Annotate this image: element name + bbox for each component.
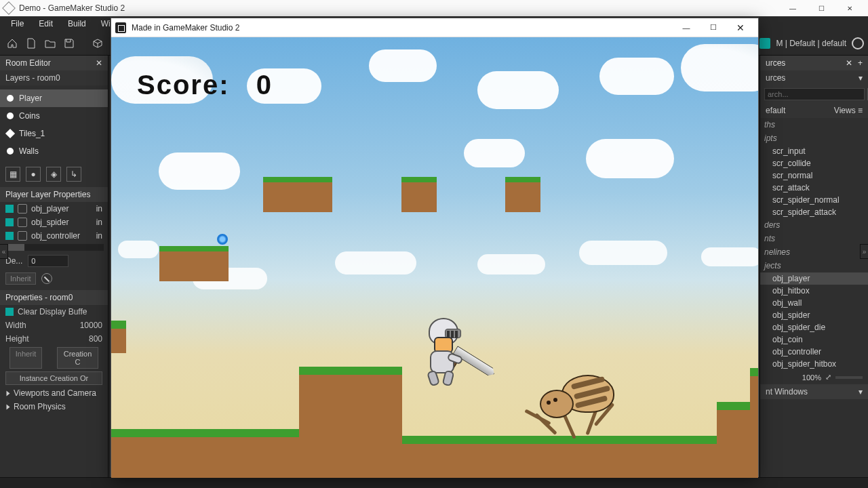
tree-folder[interactable]: jects xyxy=(760,259,868,272)
home-icon[interactable] xyxy=(4,35,20,52)
tree-item[interactable]: obj_player xyxy=(760,272,868,285)
tree-item[interactable]: scr_input xyxy=(760,145,868,157)
score-display: Score: 0 xyxy=(137,70,273,100)
tree-item[interactable]: scr_collide xyxy=(760,157,868,169)
ground xyxy=(299,367,402,478)
depth-input[interactable] xyxy=(28,255,68,267)
tree-item[interactable]: obj_spider xyxy=(760,309,868,321)
clear-display-label: Clear Display Buffe xyxy=(18,307,87,317)
checkbox-icon[interactable] xyxy=(5,205,14,213)
open-folder-icon[interactable] xyxy=(42,35,58,52)
room-props-header: Properties - room0 xyxy=(0,290,108,305)
menu-build[interactable]: Build xyxy=(62,18,92,30)
layer-obj-row[interactable]: obj_spiderin xyxy=(0,216,108,229)
player-layer-props-header: Player Layer Properties xyxy=(0,187,108,202)
default-view-label: efault xyxy=(766,106,785,115)
instance-creation-order-button[interactable]: Instance Creation Or xyxy=(5,371,102,385)
cloud xyxy=(159,152,240,190)
tree-folder[interactable]: ipts xyxy=(760,131,868,145)
instance-layer-icon[interactable]: ● xyxy=(26,167,41,182)
viewports-expand[interactable]: Viewports and Camera xyxy=(0,386,108,400)
game-minimize-icon[interactable]: — xyxy=(673,18,700,37)
right-collapse-tab[interactable]: » xyxy=(860,244,868,259)
resources-sub[interactable]: urces▾ xyxy=(760,70,868,85)
tree-item[interactable]: scr_normal xyxy=(760,169,868,182)
chevron-down-icon: ▾ xyxy=(859,73,863,83)
minimize-icon[interactable]: — xyxy=(778,0,807,16)
tree-item[interactable]: scr_attack xyxy=(760,182,868,194)
checkbox-icon[interactable] xyxy=(5,308,14,316)
cloud xyxy=(477,71,559,109)
layer-item-player[interactable]: Player xyxy=(0,89,108,107)
ground xyxy=(750,368,758,478)
tree-item[interactable]: scr_spider_normal xyxy=(760,194,868,206)
package-icon[interactable] xyxy=(90,35,106,52)
zoom-reset-icon[interactable]: ⤢ xyxy=(825,373,831,382)
layer-item-walls[interactable]: Walls xyxy=(0,142,108,160)
menu-edit[interactable]: Edit xyxy=(33,18,58,30)
tree-folder[interactable]: ders xyxy=(760,218,868,232)
layer-obj-row[interactable]: obj_playerin xyxy=(0,202,108,216)
tree-item[interactable]: scr_spider_attack xyxy=(760,206,868,218)
tree-item[interactable]: obj_wall xyxy=(760,297,868,309)
add-panel-icon[interactable]: + xyxy=(858,58,863,68)
sprite-icon xyxy=(18,231,27,241)
creation-code-button[interactable]: Creation C xyxy=(57,347,98,369)
coin xyxy=(217,234,228,245)
layer-item-tiles[interactable]: Tiles_1 xyxy=(0,125,108,142)
layer-obj-row[interactable]: obj_controllerin xyxy=(0,229,108,243)
game-canvas[interactable]: Score: 0 xyxy=(111,37,758,478)
game-window: Made in GameMaker Studio 2 — ☐ ✕ Score: … xyxy=(111,18,759,477)
layer-list: Player Coins Tiles_1 Walls xyxy=(0,85,108,164)
close-icon[interactable]: ✕ xyxy=(835,0,864,16)
game-maximize-icon[interactable]: ☐ xyxy=(700,18,727,37)
close-panel-icon[interactable]: ✕ xyxy=(96,58,102,68)
resources-header: urces ✕+ xyxy=(760,56,868,70)
left-collapse-tab[interactable]: « xyxy=(0,244,8,259)
zoom-slider[interactable] xyxy=(835,376,863,379)
left-panel: Room Editor ✕ Layers - room0 Player Coin… xyxy=(0,56,108,488)
maximize-icon[interactable]: ☐ xyxy=(807,0,835,16)
checkbox-icon[interactable] xyxy=(5,232,14,240)
target-icon[interactable] xyxy=(852,37,864,49)
new-file-icon[interactable] xyxy=(23,35,39,52)
image-layer-icon[interactable]: ▦ xyxy=(5,167,20,182)
tree-item[interactable]: obj_spider_die xyxy=(760,321,868,333)
height-value[interactable]: 800 xyxy=(89,334,102,344)
menu-file[interactable]: File xyxy=(5,18,29,30)
tile-layer-icon[interactable]: ◈ xyxy=(46,167,61,182)
tree-item[interactable]: obj_hitbox xyxy=(760,285,868,297)
cloud xyxy=(477,254,545,274)
expand-icon xyxy=(7,404,10,409)
tree-folder[interactable]: nelines xyxy=(760,245,868,259)
resource-search-input[interactable] xyxy=(764,88,865,100)
status-indicator-icon xyxy=(760,38,770,49)
tiles-icon xyxy=(5,129,15,138)
tree-item[interactable]: obj_spider_hitbox xyxy=(760,358,868,370)
zoom-label: 100% xyxy=(802,373,821,382)
chevron-down-icon: ▾ xyxy=(859,387,863,396)
recent-windows-header[interactable]: nt Windows▾ xyxy=(760,384,868,399)
layer-item-coins[interactable]: Coins xyxy=(0,107,108,125)
cloud xyxy=(586,139,674,178)
room-physics-expand[interactable]: Room Physics xyxy=(0,400,108,413)
tree-folder[interactable]: nts xyxy=(760,232,868,245)
horizontal-scrollbar[interactable] xyxy=(4,244,104,251)
layer-toolbar: ▦ ● ◈ ↳ xyxy=(0,164,108,184)
platform xyxy=(263,177,332,212)
game-close-icon[interactable]: ✕ xyxy=(727,18,754,37)
width-value[interactable]: 10000 xyxy=(80,321,102,330)
game-titlebar[interactable]: Made in GameMaker Studio 2 — ☐ ✕ xyxy=(111,18,758,37)
expand-icon xyxy=(7,390,10,396)
close-panel-icon[interactable]: ✕ xyxy=(846,58,852,68)
tree-folder[interactable]: ths xyxy=(760,118,868,131)
views-button[interactable]: Views ≡ xyxy=(834,106,863,115)
path-layer-icon[interactable]: ↳ xyxy=(66,167,81,182)
inherit-button[interactable]: Inherit xyxy=(5,272,36,285)
tree-item[interactable]: obj_controller xyxy=(760,346,868,358)
tree-item[interactable]: obj_coin xyxy=(760,333,868,346)
save-icon[interactable] xyxy=(61,35,77,52)
checkbox-icon[interactable] xyxy=(5,218,14,226)
clear-icon[interactable] xyxy=(41,273,52,284)
inherit-button-2[interactable]: Inherit xyxy=(9,347,42,369)
